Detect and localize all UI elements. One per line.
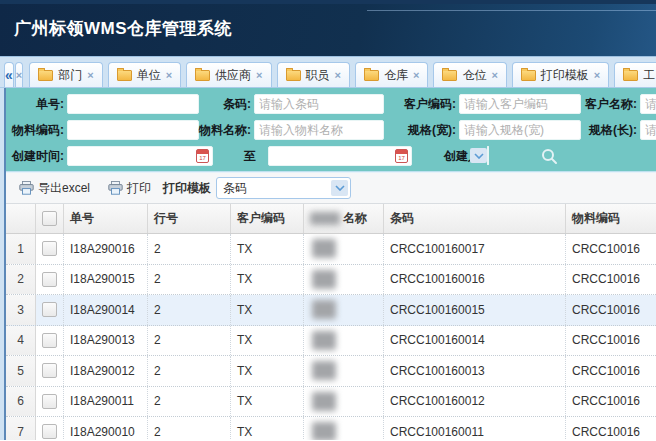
- print-template-select[interactable]: 条码: [216, 177, 351, 199]
- row-checkbox[interactable]: [42, 272, 57, 287]
- spec-length-input[interactable]: [640, 120, 656, 140]
- barcode-label: 条码:: [199, 96, 251, 113]
- order-no-label: 单号:: [8, 96, 64, 113]
- grid-body: 1I18A2900162TXCRCC100160017CRCC100162I18…: [6, 234, 656, 440]
- close-icon[interactable]: ×: [413, 69, 419, 81]
- tab-6[interactable]: 仓位×: [433, 62, 506, 87]
- order-no-cell: I18A290010: [64, 417, 148, 440]
- customer-code-cell: TX: [231, 326, 304, 356]
- tab-3[interactable]: 供应商×: [186, 62, 271, 87]
- barcode-cell: CRCC100160013: [384, 356, 566, 386]
- search-icon[interactable]: [541, 148, 558, 165]
- tab-8[interactable]: 工: [614, 62, 656, 87]
- chevron-down-icon[interactable]: [331, 180, 348, 196]
- column-header-label: 客户编码: [237, 210, 285, 227]
- column-header-label: 行号: [154, 210, 178, 227]
- close-icon[interactable]: ×: [87, 69, 93, 81]
- customer-name-cell: [304, 387, 384, 417]
- material-name-input[interactable]: [254, 120, 384, 140]
- column-header-label: 单号: [70, 210, 94, 227]
- customer-name-cell: [304, 356, 384, 386]
- barcode-cell: CRCC100160014: [384, 326, 566, 356]
- column-header-5[interactable]: 条码: [384, 204, 566, 233]
- material-code-cell: CRCC10016: [566, 265, 656, 295]
- tab-7[interactable]: 打印模板×: [512, 62, 609, 87]
- folder-icon: [117, 70, 132, 81]
- spec-width-input[interactable]: [459, 120, 581, 140]
- close-icon[interactable]: ×: [256, 69, 262, 81]
- close-icon[interactable]: ×: [491, 69, 497, 81]
- tab-scroll-left-icon[interactable]: «: [4, 62, 14, 87]
- customer-name-cell: [304, 265, 384, 295]
- row-checkbox[interactable]: [42, 363, 57, 378]
- order-no-cell: I18A290016: [64, 234, 148, 264]
- table-row[interactable]: 1I18A2900162TXCRCC100160017CRCC10016: [6, 234, 656, 265]
- order-no-input[interactable]: [67, 94, 199, 114]
- customer-code-input[interactable]: [459, 94, 581, 114]
- column-header-4[interactable]: 名称: [304, 204, 384, 233]
- print-button[interactable]: 打印: [108, 180, 151, 197]
- customer-name-label: 客户名称:: [581, 96, 637, 113]
- customer-code-cell: TX: [231, 417, 304, 440]
- table-row[interactable]: 3I18A2900142TXCRCC100160015CRCC10016: [6, 295, 656, 326]
- tab-bar: « × 部门×单位×供应商×职员×仓库×仓位×打印模板×工: [0, 57, 656, 88]
- column-header-3[interactable]: 客户编码: [231, 204, 304, 233]
- line-no-cell: 2: [148, 356, 231, 386]
- spec-length-label: 规格(长):: [581, 122, 637, 139]
- tab-collapsed[interactable]: ×: [15, 62, 23, 87]
- tab-2[interactable]: 单位×: [108, 62, 181, 87]
- row-checkbox[interactable]: [42, 333, 57, 348]
- table-row[interactable]: 7I18A2900102TXCRCC100160011CRCC10016: [6, 417, 656, 440]
- row-checkbox-cell: [36, 356, 64, 386]
- table-row[interactable]: 4I18A2900132TXCRCC100160014CRCC10016: [6, 326, 656, 357]
- print-label: 打印: [127, 180, 151, 197]
- tab-5[interactable]: 仓库×: [355, 62, 428, 87]
- export-excel-button[interactable]: 导出excel: [19, 180, 90, 197]
- chevron-down-icon[interactable]: [470, 148, 487, 163]
- tab-4[interactable]: 职员×: [277, 62, 350, 87]
- calendar-icon[interactable]: [395, 149, 408, 163]
- create-time-from-input[interactable]: [67, 146, 213, 166]
- printer-icon: [108, 181, 123, 195]
- material-name-label: 物料名称:: [199, 122, 251, 139]
- grid-header-row: 单号行号客户编码名称条码物料编码: [6, 204, 656, 234]
- calendar-icon[interactable]: [196, 149, 209, 163]
- table-row[interactable]: 6I18A2900112TXCRCC100160012CRCC10016: [6, 387, 656, 418]
- column-header-2[interactable]: 行号: [148, 204, 231, 233]
- table-row[interactable]: 2I18A2900152TXCRCC100160016CRCC10016: [6, 265, 656, 296]
- column-header-1[interactable]: 单号: [64, 204, 148, 233]
- row-checkbox-cell: [36, 326, 64, 356]
- customer-name-input[interactable]: [640, 94, 656, 114]
- row-checkbox[interactable]: [42, 394, 57, 409]
- row-checkbox[interactable]: [42, 424, 57, 439]
- row-number-header: [6, 204, 36, 233]
- row-checkbox[interactable]: [42, 302, 57, 317]
- row-checkbox[interactable]: [42, 241, 57, 256]
- customer-code-label: 客户编码:: [384, 96, 456, 113]
- material-code-input[interactable]: [67, 120, 199, 140]
- column-header-label: 物料编码: [572, 210, 620, 227]
- close-icon[interactable]: ×: [594, 69, 600, 81]
- select-all-checkbox[interactable]: [42, 211, 57, 226]
- masked-text: [312, 392, 336, 411]
- row-number-cell: 6: [6, 387, 36, 417]
- masked-text: [312, 422, 336, 440]
- order-no-cell: I18A290013: [64, 326, 148, 356]
- row-number-cell: 3: [6, 295, 36, 325]
- folder-icon: [521, 70, 536, 81]
- close-icon[interactable]: ×: [166, 69, 172, 81]
- customer-code-cell: TX: [231, 295, 304, 325]
- table-row[interactable]: 5I18A2900122TXCRCC100160013CRCC10016: [6, 356, 656, 387]
- barcode-input[interactable]: [254, 94, 384, 114]
- column-header-6[interactable]: 物料编码: [566, 204, 656, 233]
- barcode-cell: CRCC100160011: [384, 417, 566, 440]
- column-header-label: 条码: [390, 210, 414, 227]
- tab-strip: 部门×单位×供应商×职员×仓库×仓位×打印模板×工: [29, 62, 656, 87]
- tab-1[interactable]: 部门×: [29, 62, 102, 87]
- close-icon[interactable]: ×: [335, 69, 341, 81]
- close-icon[interactable]: ×: [16, 69, 22, 81]
- row-number-cell: 5: [6, 356, 36, 386]
- create-time-to-input[interactable]: [268, 146, 412, 166]
- creator-select[interactable]: [487, 146, 489, 165]
- customer-name-cell: [304, 234, 384, 264]
